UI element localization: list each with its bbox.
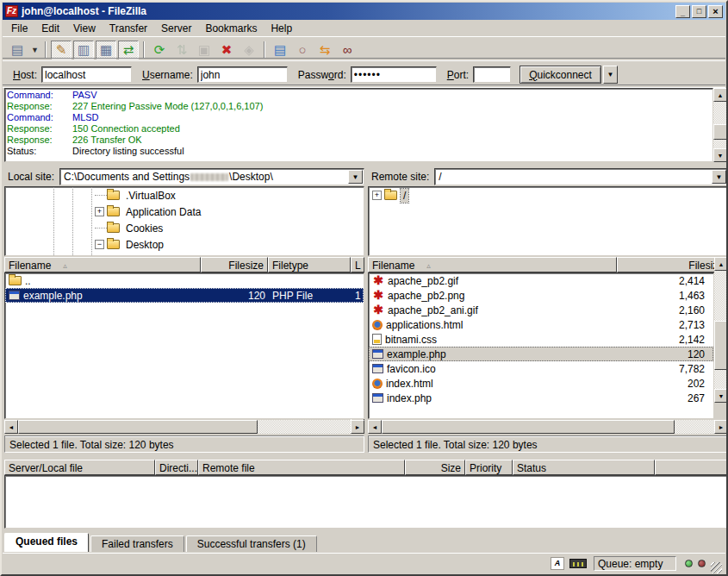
scroll-down-icon[interactable]: ▼ <box>714 389 728 403</box>
scroll-down-icon[interactable]: ▼ <box>713 148 727 162</box>
tree-item-label[interactable]: Desktop <box>123 238 166 252</box>
quickconnect-button[interactable]: Quickconnect <box>520 66 601 84</box>
combo-dropdown-icon[interactable]: ▼ <box>712 170 726 184</box>
maximize-button[interactable]: □ <box>692 5 706 18</box>
queue-column-size[interactable]: Size <box>405 460 465 475</box>
remote-file-list: ✱apache_pb2.gif2,414✱apache_pb2.png1,463… <box>368 272 714 419</box>
tree-expander-icon[interactable]: + <box>372 191 382 200</box>
directory-comparison-button[interactable]: ○ <box>292 41 313 59</box>
tree-item[interactable]: −Desktop <box>5 236 364 253</box>
file-row[interactable]: favicon.ico7,782 <box>369 361 713 376</box>
find-files-button[interactable]: ∞ <box>337 41 358 59</box>
file-row[interactable]: bitnami.css2,142 <box>369 332 713 347</box>
scroll-left-icon[interactable]: ◄ <box>368 420 382 434</box>
file-row[interactable]: example.php120PHP File1 <box>5 288 364 303</box>
scroll-up-icon[interactable]: ▲ <box>713 88 727 102</box>
process-queue-button[interactable]: ⇅ <box>171 41 192 59</box>
queue-column-priority[interactable]: Priority <box>465 460 513 475</box>
file-row[interactable]: ✱apache_pb2.gif2,414 <box>369 273 713 288</box>
username-input[interactable] <box>197 66 288 83</box>
file-row[interactable]: index.html202 <box>369 376 713 391</box>
file-row[interactable]: index.php267 <box>369 391 713 405</box>
column-header-filesize[interactable]: Filesize <box>617 257 728 272</box>
tree-expander-icon[interactable]: − <box>95 240 104 249</box>
column-header-filesize[interactable]: Filesize <box>201 257 268 272</box>
column-header-filetype[interactable]: Filetype <box>268 257 351 272</box>
log-line: Response:150 Connection accepted <box>7 123 711 135</box>
synchronized-browsing-button[interactable]: ⇆ <box>314 41 335 59</box>
filter-button[interactable]: ▤ <box>270 41 290 59</box>
password-input[interactable] <box>351 66 437 83</box>
speed-limit-icon[interactable] <box>569 559 587 568</box>
tree-item[interactable]: Cookies <box>5 220 364 236</box>
log-label: Response: <box>7 135 72 146</box>
menu-bookmarks[interactable]: Bookmarks <box>198 21 264 36</box>
host-input[interactable] <box>41 66 132 83</box>
toolbar-separator <box>264 41 265 59</box>
log-scrollbar[interactable]: ▲ ▼ <box>713 88 727 162</box>
close-button[interactable]: × <box>708 5 723 18</box>
tree-item[interactable]: .VirtualBox <box>5 187 364 203</box>
scroll-right-icon[interactable]: ► <box>714 420 728 434</box>
disconnect-button[interactable]: ✖ <box>216 41 237 59</box>
resize-grip[interactable] <box>711 562 722 573</box>
tree-item-label[interactable]: / <box>401 189 408 203</box>
toggle-local-tree-button[interactable]: ▥ <box>73 41 94 59</box>
cancel-button[interactable]: ▣ <box>194 41 215 59</box>
site-manager-dropdown[interactable]: ▼ <box>29 41 40 59</box>
file-row[interactable]: example.php120 <box>369 347 713 361</box>
log-text: 226 Transfer OK <box>72 135 142 146</box>
combo-dropdown-icon[interactable]: ▼ <box>348 170 363 184</box>
file-cell: PHP File <box>269 288 352 303</box>
port-input[interactable] <box>473 66 511 83</box>
scroll-right-icon[interactable]: ► <box>351 420 364 434</box>
tree-item-label[interactable]: .VirtualBox <box>123 189 178 203</box>
menu-edit[interactable]: Edit <box>34 21 66 36</box>
label-port: Port: <box>447 69 469 81</box>
scroll-up-icon[interactable]: ▲ <box>714 257 728 271</box>
site-manager-button[interactable]: ▤ <box>7 41 28 59</box>
remote-directory-tree: +/ <box>368 186 728 256</box>
file-row[interactable]: ✱apache_pb2_ani.gif2,160 <box>369 303 713 317</box>
menu-transfer[interactable]: Transfer <box>103 21 154 36</box>
minimize-button[interactable]: _ <box>675 5 690 18</box>
column-header-filename[interactable]: Filename▵ <box>368 257 617 272</box>
column-header-filename[interactable]: Filename▵ <box>4 257 201 272</box>
tab-queued-files[interactable]: Queued files <box>4 533 89 552</box>
title-bar: Fz john@localhost - FileZilla _ □ × <box>3 3 725 20</box>
tree-item[interactable]: +Application Data <box>5 203 364 220</box>
tree-expander-icon[interactable]: + <box>95 207 104 216</box>
tab-failed-transfers[interactable]: Failed transfers <box>90 535 184 552</box>
queue-column-status[interactable]: Status <box>513 460 655 475</box>
toggle-message-log-button[interactable]: ✎ <box>51 41 72 59</box>
tree-item-label[interactable]: Application Data <box>123 205 203 219</box>
column-header-l[interactable]: L <box>351 257 364 272</box>
file-row[interactable]: applications.html2,713 <box>369 317 713 332</box>
local-list-hscrollbar[interactable]: ◄ ► <box>4 420 364 434</box>
queue-column-serverlocalfile[interactable]: Server/Local file <box>4 460 155 475</box>
tab-successful-transfers-[interactable]: Successful transfers (1) <box>186 535 317 552</box>
remote-site-combobox[interactable]: / ▼ <box>434 168 728 185</box>
menu-view[interactable]: View <box>66 21 103 36</box>
tree-item[interactable]: +/ <box>369 187 727 203</box>
reconnect-button[interactable]: ◈ <box>239 41 259 59</box>
quickconnect-dropdown-icon[interactable]: ▼ <box>603 66 618 84</box>
queue-column-empty[interactable] <box>655 460 728 475</box>
scroll-left-icon[interactable]: ◄ <box>4 420 18 434</box>
remote-list-scrollbar[interactable]: ▲ ▼ <box>714 257 728 403</box>
remote-list-hscrollbar[interactable]: ◄ ► <box>368 420 728 434</box>
toggle-transfer-queue-button[interactable]: ⇄ <box>118 41 139 59</box>
refresh-button[interactable]: ⟳ <box>149 41 170 59</box>
local-site-combobox[interactable]: C:\Documents and Settings\Desktop\ ▼ <box>59 168 364 185</box>
encoding-indicator-icon[interactable]: A <box>551 557 564 570</box>
menu-help[interactable]: Help <box>264 21 299 36</box>
menu-file[interactable]: File <box>4 21 34 36</box>
queue-column-directi[interactable]: Directi... <box>155 460 198 475</box>
menu-server[interactable]: Server <box>154 21 198 36</box>
file-row[interactable]: .. <box>5 273 364 288</box>
queue-column-remotefile[interactable]: Remote file <box>198 460 405 475</box>
file-row[interactable]: ✱apache_pb2.png1,463 <box>369 288 713 303</box>
toggle-remote-tree-button[interactable]: ▦ <box>96 41 116 59</box>
file-cell: 2,142 <box>618 332 708 347</box>
tree-item-label[interactable]: Cookies <box>123 222 165 235</box>
